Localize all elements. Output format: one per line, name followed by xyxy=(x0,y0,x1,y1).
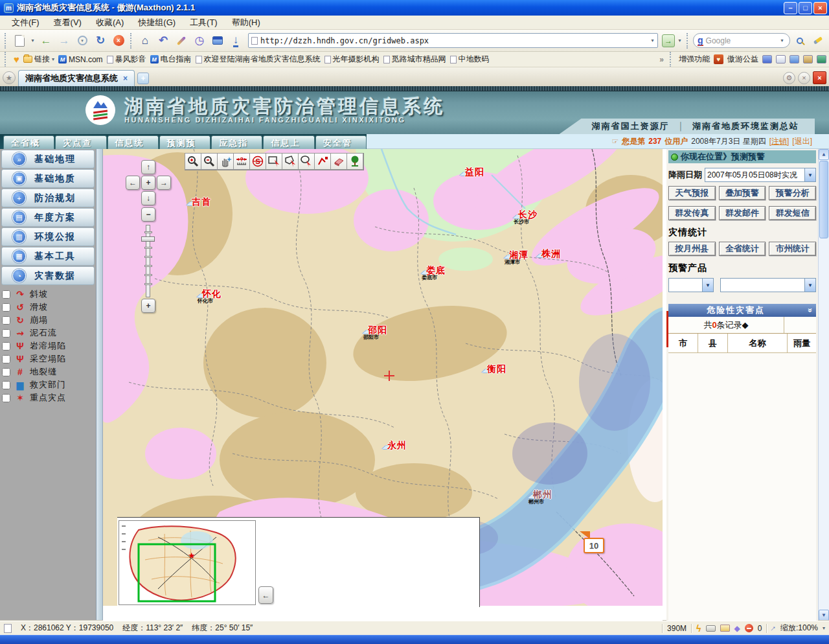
draw-line-tool[interactable] xyxy=(314,153,331,170)
pen-icon[interactable] xyxy=(803,55,813,63)
window-mini-icon[interactable] xyxy=(776,55,786,63)
boost-icon[interactable]: ϟ xyxy=(696,623,701,634)
tab-closeall-button[interactable]: × xyxy=(798,72,810,84)
layer-checkbox-collapse[interactable] xyxy=(2,316,10,325)
menu-help[interactable]: 帮助(H) xyxy=(225,16,267,30)
pan-tool[interactable] xyxy=(217,153,234,170)
bookmark-radio-guide[interactable]: M电台指南 xyxy=(150,54,192,65)
maxthon-charity-link[interactable]: 傲游公益 xyxy=(727,54,758,65)
zoom-in-button[interactable]: + xyxy=(141,299,155,313)
scroll-down-arrow[interactable]: ▼ xyxy=(819,610,829,621)
messenger-icon[interactable] xyxy=(762,55,772,63)
layer-checkbox-slope[interactable] xyxy=(2,290,10,299)
send-sms-button[interactable]: 群发短信 xyxy=(769,206,816,220)
layer-checkbox-karst[interactable] xyxy=(2,342,10,351)
new-tab-plus-button[interactable]: + xyxy=(137,73,149,84)
zoom-level[interactable]: 缩放:100% xyxy=(780,623,818,634)
search-box[interactable]: g Google ▾ xyxy=(693,33,790,48)
logout-link[interactable]: [注销] xyxy=(769,136,789,147)
popup-blocker-icon[interactable] xyxy=(720,625,730,632)
send-email-button[interactable]: 群发邮件 xyxy=(719,206,766,220)
nav-tab-statistics[interactable]: 信息统计 xyxy=(108,135,159,149)
pan-up-button[interactable]: ↑ xyxy=(141,160,155,174)
map-city-hengyang[interactable]: ☁衡阳 xyxy=(481,363,506,376)
minimap-collapse-button[interactable]: ← xyxy=(258,586,273,604)
magic-fill-button[interactable] xyxy=(173,32,190,49)
zoom-dropdown-icon[interactable]: ▾ xyxy=(823,625,825,631)
tab-active[interactable]: 湖南省地质灾害信息系统 × xyxy=(18,70,135,86)
city-stats-button[interactable]: 市州统计 xyxy=(769,242,816,256)
game-icon[interactable] xyxy=(817,55,826,63)
map-city-shaoyang[interactable]: ☁邵阳邵阳市 xyxy=(362,324,387,337)
stop-button[interactable]: × xyxy=(110,32,127,49)
page-scrollbar[interactable]: ▼ ▼ xyxy=(818,149,829,621)
monthly-county-button[interactable]: 按月州县 xyxy=(668,242,716,256)
printer-icon[interactable] xyxy=(706,625,716,632)
pan-left-button[interactable]: ← xyxy=(126,176,140,190)
address-bar[interactable]: http://dzzh.hndh.gov.cn/gridweb.aspx ▾ xyxy=(248,33,658,48)
collapse-chevrons-icon[interactable]: « xyxy=(805,304,814,317)
sidebar-item-prevention-plan[interactable]: +防治规划 xyxy=(1,189,95,207)
link-land-resources[interactable]: 湖南省国土资源厅 xyxy=(592,121,670,132)
history-dropdown-button[interactable]: ▾ xyxy=(74,32,91,49)
sidebar-splitter[interactable] xyxy=(97,149,103,621)
menu-tools[interactable]: 工具(T) xyxy=(183,16,224,30)
zoom-in-tool[interactable] xyxy=(185,153,201,170)
zoom-slider-handle[interactable] xyxy=(141,236,155,242)
eraser-tool[interactable] xyxy=(330,153,347,170)
scale-tool[interactable]: S xyxy=(249,153,266,170)
highlight-button[interactable] xyxy=(810,32,826,49)
go-dropdown[interactable]: ▾ xyxy=(676,32,683,49)
home-button[interactable]: ⌂ xyxy=(137,32,153,49)
bookmark-photo-studio[interactable]: 光年摄影机构 xyxy=(324,54,380,65)
map-city-zhuzhou[interactable]: ☁株洲 xyxy=(536,247,561,260)
chevron-down-icon[interactable]: ▼ xyxy=(702,279,713,292)
undo-button[interactable]: ↶ xyxy=(155,32,172,49)
enhance-features-link[interactable]: 增强功能 xyxy=(679,54,710,65)
overlay-warning-button[interactable]: 叠加预警 xyxy=(719,186,766,200)
address-url[interactable]: http://dzzh.hndh.gov.cn/gridweb.aspx xyxy=(260,36,649,45)
exit-link[interactable]: [退出] xyxy=(792,136,812,147)
search-engine-dropdown[interactable]: ▾ xyxy=(778,32,786,49)
bookmark-hunan-system[interactable]: 欢迎登陆湖南省地质灾害信息系统 xyxy=(196,54,321,65)
legend-tree-tool[interactable] xyxy=(346,153,363,170)
nav-tab-query[interactable]: 灾点查询 xyxy=(55,135,106,149)
scrollbar-track[interactable] xyxy=(819,160,829,610)
search-input[interactable]: Google xyxy=(706,36,776,45)
map-city-changsha[interactable]: ☁长沙长沙市 xyxy=(512,209,538,222)
refresh-button[interactable]: ↻ xyxy=(92,32,109,49)
go-button[interactable]: → xyxy=(662,34,675,47)
layer-checkbox-debris-flow[interactable] xyxy=(2,329,10,338)
danger-points-header[interactable]: 危险性灾害点 « xyxy=(668,304,816,317)
maximize-button[interactable]: □ xyxy=(799,2,812,14)
notes-icon[interactable] xyxy=(789,55,799,63)
favorites-star-icon[interactable]: ★ xyxy=(3,71,16,84)
bookmark-msn[interactable]: MMSN.com xyxy=(58,55,103,64)
map-flag-marker[interactable]: 10 xyxy=(584,538,604,553)
nav-tab-overview[interactable]: 全省概况 xyxy=(3,135,54,149)
menu-groups[interactable]: 快捷组(G) xyxy=(131,16,182,30)
chevron-down-icon[interactable]: ▼ xyxy=(804,279,815,292)
rain-date-select[interactable]: 2007年05月05日08时实况 ▼ xyxy=(705,168,816,182)
history-button[interactable]: ◷ xyxy=(191,32,208,49)
product-item-select[interactable]: ▼ xyxy=(720,278,816,292)
new-tab-dropdown[interactable]: ▾ xyxy=(29,32,36,49)
map-city-yiyang[interactable]: ☁益阳 xyxy=(459,166,484,179)
map-city-loudi[interactable]: ☁娄底娄底市 xyxy=(420,264,446,277)
plugin-icon[interactable]: ◆ xyxy=(734,624,740,633)
layer-checkbox-key-sites[interactable] xyxy=(2,394,10,402)
rect-select-tool[interactable] xyxy=(266,153,282,170)
ad-block-icon[interactable] xyxy=(745,624,753,632)
download-button[interactable]: ↓ xyxy=(227,32,244,49)
sidebar-item-base-geography[interactable]: »基础地理 xyxy=(1,150,95,168)
pan-center-button[interactable]: + xyxy=(141,176,155,190)
forward-button[interactable]: → xyxy=(56,32,73,49)
zoom-slider-track[interactable] xyxy=(146,225,150,297)
sidebar-item-env-bulletin[interactable]: ▥环境公报 xyxy=(1,227,95,246)
province-stats-button[interactable]: 全省统计 xyxy=(719,242,766,256)
circle-select-tool[interactable] xyxy=(298,153,315,170)
scrollbar-thumb[interactable] xyxy=(819,161,828,238)
zoom-out-tool[interactable] xyxy=(201,153,218,170)
nav-tab-security[interactable]: 安全管理 xyxy=(315,135,367,149)
tab-settings-button[interactable]: ⚙ xyxy=(783,72,795,84)
